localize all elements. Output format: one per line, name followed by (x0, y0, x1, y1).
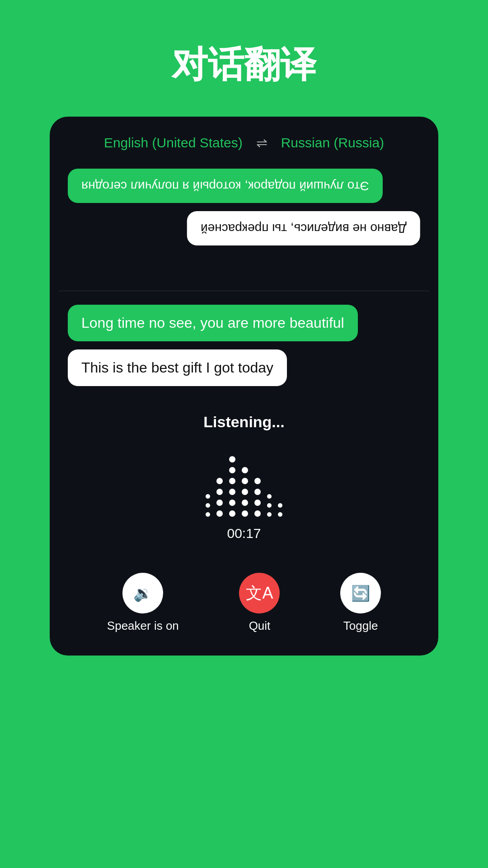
speaker-icon: 🔉 (133, 584, 152, 602)
dot (229, 500, 235, 506)
dot (229, 456, 235, 462)
dot (242, 478, 248, 484)
dot (254, 478, 261, 484)
dot (229, 489, 235, 495)
upper-chat-area: Это лучший подарок, который я получил се… (50, 164, 438, 291)
wave-col-7 (278, 503, 282, 517)
dot (242, 510, 248, 517)
toggle-control: 🔄 Toggle (340, 573, 381, 633)
dot (254, 489, 261, 495)
dot (242, 500, 248, 506)
lower-chat-area: Long time no see, you are more beautiful… (50, 291, 438, 395)
flipped-bubble-green: Это лучший подарок, который я получил се… (68, 169, 383, 203)
speaker-button[interactable]: 🔉 (122, 573, 163, 613)
wave-col-4 (242, 467, 248, 517)
dot (229, 478, 235, 484)
language-header: English (United States) ⇌ Russian (Russi… (50, 117, 438, 164)
bottom-controls: 🔉 Speaker is on 文A Quit 🔄 Toggle (50, 564, 438, 656)
timer: 00:17 (227, 526, 261, 541)
dot (206, 512, 210, 517)
dot (278, 503, 282, 508)
bubble-green: Long time no see, you are more beautiful (68, 305, 358, 341)
translate-icon: 文A (246, 582, 273, 604)
dot (229, 467, 235, 473)
wave-col-2 (216, 478, 223, 517)
dot (206, 503, 210, 508)
listening-label: Listening... (203, 413, 284, 431)
waveform (206, 444, 282, 517)
wave-col-6 (267, 494, 272, 517)
dot (278, 512, 282, 517)
dot (206, 494, 210, 499)
dot (267, 503, 272, 508)
dot (216, 478, 223, 484)
dot (229, 510, 235, 517)
lang-left[interactable]: English (United States) (104, 135, 243, 151)
quit-control: 文A Quit (239, 573, 280, 633)
dot (216, 489, 223, 495)
speaker-control: 🔉 Speaker is on (107, 573, 179, 633)
wave-col-5 (254, 478, 261, 517)
dot (267, 494, 272, 499)
main-card: English (United States) ⇌ Russian (Russi… (50, 117, 438, 656)
wave-col-3 (229, 456, 235, 517)
dot (254, 510, 261, 517)
quit-label: Quit (249, 619, 271, 633)
flipped-bubble-white: Давно не виделись, ты прекрасней (187, 211, 420, 245)
dot (254, 500, 261, 506)
lang-right[interactable]: Russian (Russia) (281, 135, 384, 151)
dot (216, 500, 223, 506)
dot (216, 510, 223, 517)
dot (267, 512, 272, 517)
toggle-label: Toggle (343, 619, 378, 633)
listening-section: Listening... (50, 395, 438, 564)
swap-icon[interactable]: ⇌ (256, 135, 267, 151)
dot (242, 467, 248, 473)
bubble-white: This is the best gift I got today (68, 349, 287, 386)
toggle-icon: 🔄 (351, 584, 370, 602)
app-title: 对话翻译 (172, 41, 316, 90)
wave-col-1 (206, 494, 210, 517)
speaker-label: Speaker is on (107, 619, 179, 633)
toggle-button[interactable]: 🔄 (340, 573, 381, 613)
dot (242, 489, 248, 495)
quit-button[interactable]: 文A (239, 573, 280, 613)
